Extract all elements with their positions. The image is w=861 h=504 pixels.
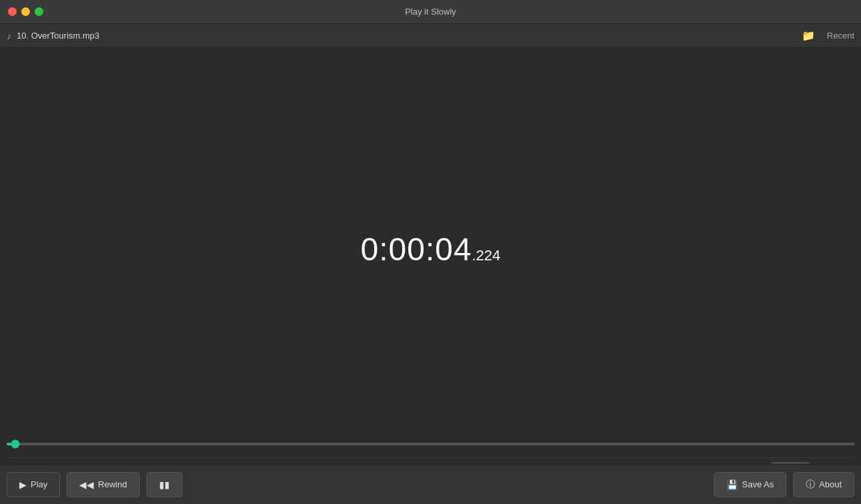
- timer-milliseconds: .224: [472, 247, 501, 264]
- seek-track[interactable]: [7, 443, 854, 445]
- seek-bar-container[interactable]: [0, 437, 861, 451]
- file-icon: ♪: [7, 31, 11, 41]
- window-controls: [8, 7, 43, 16]
- rewind-label: Rewind: [98, 479, 127, 489]
- file-name: 10. OverTourism.mp3: [17, 31, 796, 41]
- title-bar: Play it Slowly: [0, 0, 861, 24]
- pause-button[interactable]: ▮▮: [146, 472, 182, 497]
- save-as-icon: 💾: [726, 479, 738, 490]
- timer-main: 0:00:04: [361, 231, 472, 268]
- save-as-button[interactable]: 💾 Save As: [714, 472, 786, 497]
- rewind-icon: ◀◀: [79, 479, 94, 490]
- seek-thumb[interactable]: [11, 440, 19, 449]
- about-button[interactable]: ⓘ About: [793, 472, 854, 497]
- timer-display: 0:00:04 .224: [361, 231, 501, 268]
- save-as-label: Save As: [742, 479, 774, 489]
- recent-button[interactable]: Recent: [827, 31, 854, 41]
- about-label: About: [819, 479, 842, 489]
- about-icon: ⓘ: [806, 479, 815, 491]
- maximize-button[interactable]: [35, 7, 43, 16]
- minimize-button[interactable]: [21, 7, 30, 16]
- play-button[interactable]: ▶ Play: [7, 472, 60, 497]
- pause-icon: ▮▮: [159, 479, 170, 490]
- close-button[interactable]: [8, 7, 17, 16]
- play-label: Play: [31, 479, 47, 489]
- window-title: Play it Slowly: [405, 7, 456, 17]
- rewind-button[interactable]: ◀◀ Rewind: [67, 472, 139, 497]
- file-bar: ♪ 10. OverTourism.mp3 📁 Recent: [0, 24, 861, 48]
- folder-icon[interactable]: 📁: [802, 29, 815, 42]
- main-area: 0:00:04 .224: [0, 48, 861, 451]
- play-icon: ▶: [19, 479, 27, 490]
- bottom-toolbar: ▶ Play ◀◀ Rewind ▮▮ 💾 Save As ⓘ About: [0, 464, 861, 504]
